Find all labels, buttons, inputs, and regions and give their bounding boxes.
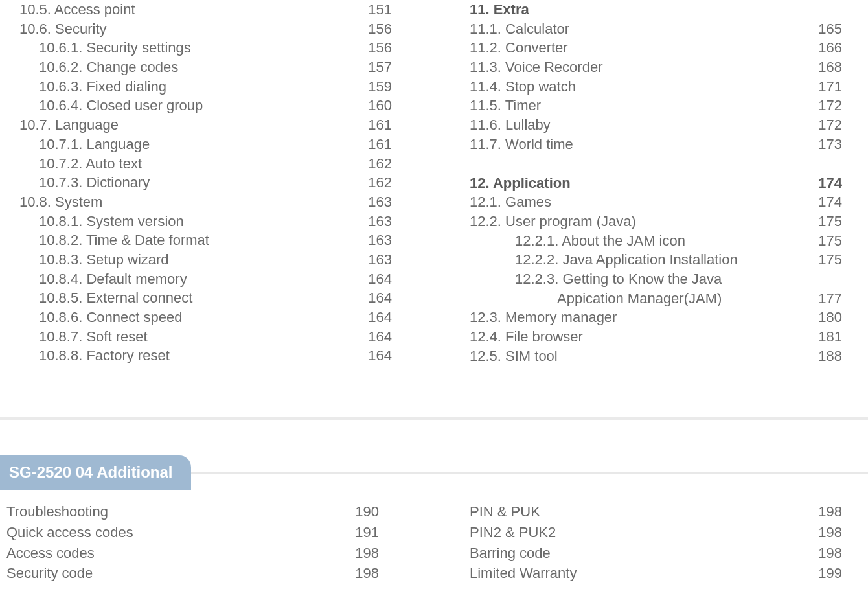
toc-entry: 12.5. SIM tool188 (470, 347, 842, 366)
toc-entry-page: 156 (353, 19, 392, 39)
toc-entry-page: 190 (340, 501, 379, 522)
toc-entry-label: 10.6.4. Closed user group (19, 96, 353, 115)
toc-entry-page: 164 (353, 308, 392, 327)
toc-entry-page: 172 (803, 115, 842, 135)
toc-entry: Appication Manager(JAM)177 (470, 289, 842, 308)
toc-entry-page: 164 (353, 270, 392, 289)
toc-entry: 12.3. Memory manager180 (470, 308, 842, 327)
toc-entry-label: 12.2.1. About the JAM icon (470, 231, 803, 251)
toc-entry-label: 12.3. Memory manager (470, 308, 803, 327)
toc-entry: 11.4. Stop watch171 (470, 77, 842, 97)
toc-entry-label: 12.2. User program (Java) (470, 212, 803, 231)
toc-page: 10.5. Access point15110.6. Security15610… (0, 0, 868, 611)
toc-entry: 10.6. Security156 (19, 19, 392, 39)
toc-entry: Limited Warranty199 (470, 563, 842, 584)
toc-entry: 11.7. World time173 (470, 135, 842, 154)
toc-entry-page: 151 (353, 0, 392, 19)
toc-entry-label: 12.5. SIM tool (470, 347, 803, 366)
toc-entry-label: 10.8. System (19, 192, 353, 212)
toc-entry: 12. Application174 (470, 174, 842, 193)
toc-entry: 10.8. System163 (19, 192, 392, 212)
toc-entry-label: 10.8.4. Default memory (19, 270, 353, 289)
toc-entry-page: 159 (353, 77, 392, 97)
toc-entry: PIN & PUK198 (470, 501, 842, 522)
toc-entry-page: 172 (803, 96, 842, 115)
toc-entry: 10.8.5. External connect164 (19, 288, 392, 308)
toc-entry-page: 163 (353, 212, 392, 231)
toc-entry-page: 177 (803, 289, 842, 308)
toc-entry-page: 171 (803, 77, 842, 97)
toc-entry: 12.2. User program (Java)175 (470, 212, 842, 231)
toc-entry-label: 10.6.3. Fixed dialing (19, 77, 353, 97)
toc-entry-page: 198 (340, 543, 379, 564)
toc-entry-page: 191 (340, 522, 379, 543)
toc-entry-label: 10.8.6. Connect speed (19, 308, 353, 327)
toc-entry-page: 168 (803, 58, 842, 77)
toc-entry-page: 174 (803, 192, 842, 212)
toc-entry-label: 10.7.1. Language (19, 135, 353, 154)
toc-entry: 12.1. Games174 (470, 192, 842, 212)
toc-entry-page: 198 (803, 543, 842, 564)
toc-entry: 10.8.6. Connect speed164 (19, 308, 392, 327)
toc-entry-page: 175 (803, 231, 842, 251)
section-header-row: SG-2520 04 Additional (0, 455, 868, 489)
spacer (470, 154, 842, 174)
toc-entry-label: 10.8.8. Factory reset (19, 346, 353, 365)
toc-entry-label: 10.5. Access point (19, 0, 353, 19)
toc-entry: 11. Extra (470, 0, 842, 19)
toc-entry-page: 161 (353, 115, 392, 135)
toc-entry-label: 10.8.7. Soft reset (19, 327, 353, 347)
toc-entry-label: Access codes (6, 543, 340, 564)
toc-entry-label: 11. Extra (470, 0, 803, 19)
toc-entry-page: 180 (803, 308, 842, 327)
toc-entry-label: 12. Application (470, 174, 803, 193)
toc-entry-label: PIN & PUK (470, 501, 803, 522)
toc-entry: Access codes198 (6, 543, 379, 564)
toc-entry-label: PIN2 & PUK2 (470, 522, 803, 543)
toc-entry: 11.6. Lullaby172 (470, 115, 842, 135)
toc-entry-label: Security code (6, 563, 340, 584)
toc-entry-label: 10.7. Language (19, 115, 353, 135)
toc-entry-page: 163 (353, 192, 392, 212)
toc-entry-label: 10.8.3. Setup wizard (19, 250, 353, 270)
toc-top-section: 10.5. Access point15110.6. Security15610… (0, 0, 868, 365)
toc-entry-page: 161 (353, 135, 392, 154)
toc-entry: 10.5. Access point151 (19, 0, 392, 19)
toc-entry-label: Appication Manager(JAM) (470, 289, 803, 308)
toc-entry-page: 175 (803, 212, 842, 231)
section-tab: SG-2520 04 Additional (0, 455, 191, 489)
toc-entry: Security code198 (6, 563, 379, 584)
toc-right-column: 11. Extra11.1. Calculator16511.2. Conver… (418, 0, 842, 365)
toc-entry-page: 199 (803, 563, 842, 584)
toc-entry-page: 163 (353, 250, 392, 270)
toc-entry-label: Quick access codes (6, 522, 340, 543)
toc-entry-page: 160 (353, 96, 392, 115)
toc-entry: 11.5. Timer172 (470, 96, 842, 115)
toc-entry: 12.2.2. Java Application Installation175 (470, 250, 842, 270)
toc-entry-label: 10.6. Security (19, 19, 353, 39)
toc-entry-page: 173 (803, 135, 842, 154)
toc-entry-page: 163 (353, 231, 392, 250)
toc-entry-label: 10.8.5. External connect (19, 288, 353, 308)
toc-entry-page: 198 (340, 563, 379, 584)
toc-entry-label: 11.7. World time (470, 135, 803, 154)
toc-entry: 10.6.1. Security settings156 (19, 38, 392, 58)
toc-entry: 10.8.7. Soft reset164 (19, 327, 392, 347)
toc-entry-page: 174 (803, 174, 842, 193)
toc-left-column: 10.5. Access point15110.6. Security15610… (19, 0, 418, 365)
toc-entry-page: 162 (353, 173, 392, 192)
toc-entry-label: 11.2. Converter (470, 38, 803, 58)
toc-entry: 10.7. Language161 (19, 115, 392, 135)
toc-entry-page: 181 (803, 327, 842, 347)
toc-entry-label: 12.1. Games (470, 192, 803, 212)
toc-entry-page: 156 (353, 38, 392, 58)
toc-entry-page: 162 (353, 154, 392, 174)
header-line (191, 472, 868, 474)
toc-entry-label: 10.8.2. Time & Date format (19, 231, 353, 250)
toc-entry: 12.2.3. Getting to Know the Java (470, 270, 842, 289)
toc-entry: 10.6.2. Change codes157 (19, 58, 392, 77)
toc-entry: 10.7.1. Language161 (19, 135, 392, 154)
toc-bottom-section: Troubleshooting190Quick access codes191A… (0, 490, 868, 584)
toc-entry-label: 11.5. Timer (470, 96, 803, 115)
toc-entry-page: 164 (353, 346, 392, 365)
